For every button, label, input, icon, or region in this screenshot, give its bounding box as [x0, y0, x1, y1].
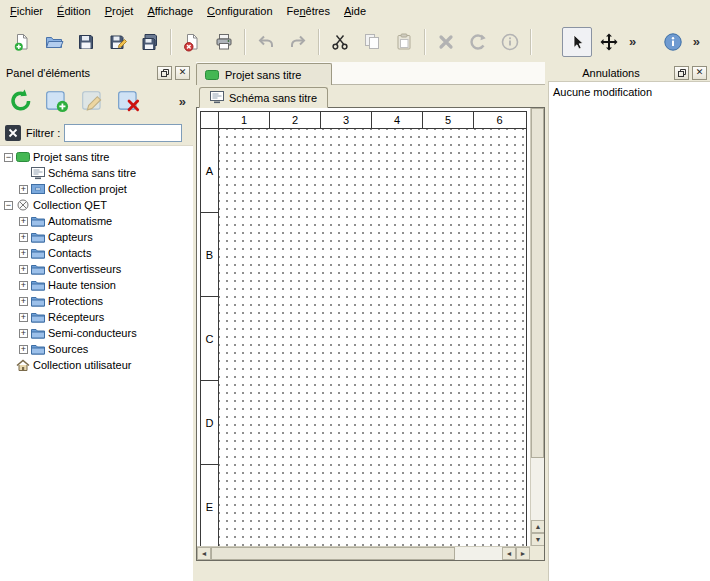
- cut-button[interactable]: [325, 27, 355, 57]
- conductor-info-button[interactable]: [495, 27, 525, 57]
- vertical-scrollbar-thumb[interactable]: [531, 108, 544, 458]
- tree-item-collection-utilisateur[interactable]: Collection utilisateur: [0, 357, 193, 373]
- tree-item-label: Capteurs: [48, 231, 93, 243]
- diagram-view: 123456 ABCDE ▲ ▼ ◄ ◄: [196, 107, 545, 561]
- dock-toolbar-overflow-button[interactable]: »: [175, 94, 190, 109]
- paste-icon: [394, 32, 414, 52]
- scroll-left-button[interactable]: ◄: [197, 547, 211, 560]
- tree-item-schema-sans-titre[interactable]: Schéma sans titre: [0, 165, 193, 181]
- tree-item-capteurs[interactable]: +Capteurs: [0, 229, 193, 245]
- tree-item-automatisme[interactable]: +Automatisme: [0, 213, 193, 229]
- open-document-button[interactable]: [39, 27, 69, 57]
- tree-item-collection-projet[interactable]: +Collection projet: [0, 181, 193, 197]
- diagram-canvas[interactable]: 123456 ABCDE: [197, 108, 530, 546]
- redo-button[interactable]: [283, 27, 313, 57]
- rotate-button[interactable]: [463, 27, 493, 57]
- expand-icon[interactable]: +: [19, 249, 28, 258]
- tree-item-semi-conducteurs[interactable]: +Semi-conducteurs: [0, 325, 193, 341]
- expand-icon[interactable]: +: [19, 217, 28, 226]
- menu-item-aide[interactable]: Aide: [337, 2, 373, 20]
- menu-item-affichage[interactable]: Affichage: [140, 2, 200, 20]
- folder-icon: [31, 311, 45, 323]
- toolbar-separator: [318, 29, 320, 55]
- tree-item-recepteurs[interactable]: +Récepteurs: [0, 309, 193, 325]
- tree-item-label: Projet sans titre: [33, 151, 109, 163]
- close-dock-button[interactable]: ✕: [692, 66, 707, 80]
- edit-element-button[interactable]: [77, 85, 109, 117]
- expand-icon[interactable]: +: [19, 345, 28, 354]
- tree-item-haute-tension[interactable]: +Haute tension: [0, 277, 193, 293]
- paste-button[interactable]: [389, 27, 419, 57]
- delete-element-button[interactable]: [113, 85, 145, 117]
- grid-area[interactable]: [219, 129, 526, 546]
- close-document-button[interactable]: [177, 27, 207, 57]
- print-button[interactable]: [209, 27, 239, 57]
- tools-overflow-button[interactable]: »: [625, 34, 640, 49]
- select-mode-button[interactable]: [562, 27, 592, 57]
- float-dock-button[interactable]: [674, 66, 689, 80]
- elements-panel-titlebar[interactable]: Panel d'éléments ✕: [0, 64, 193, 81]
- delete-button[interactable]: [431, 27, 461, 57]
- dock-grip[interactable]: [646, 69, 668, 77]
- scroll-up-button[interactable]: ▲: [531, 520, 545, 533]
- expand-icon[interactable]: +: [19, 281, 28, 290]
- folder-icon: [31, 215, 45, 227]
- undo-list-item[interactable]: Aucune modification: [549, 84, 710, 100]
- scroll-down-button[interactable]: ▼: [531, 533, 545, 546]
- collapse-icon[interactable]: −: [4, 153, 13, 162]
- tree-item-projet-sans-titre[interactable]: −Projet sans titre: [0, 149, 193, 165]
- close-dock-button[interactable]: ✕: [175, 66, 190, 80]
- row-header: A: [201, 129, 218, 213]
- expand-icon[interactable]: +: [19, 313, 28, 322]
- dock-grip[interactable]: [554, 69, 576, 77]
- tree-item-contacts[interactable]: +Contacts: [0, 245, 193, 261]
- expand-icon[interactable]: +: [19, 233, 28, 242]
- undo-dock-titlebar[interactable]: Annulations ✕: [548, 64, 710, 81]
- menu-item-configuration[interactable]: Configuration: [200, 2, 279, 20]
- save-as-button[interactable]: [103, 27, 133, 57]
- float-dock-button[interactable]: [157, 66, 172, 80]
- tab-project[interactable]: Projet sans titre: [196, 63, 332, 85]
- undo-button[interactable]: [251, 27, 281, 57]
- tree-item-sources[interactable]: +Sources: [0, 341, 193, 357]
- column-header: 5: [423, 112, 474, 128]
- expand-icon[interactable]: +: [19, 297, 28, 306]
- element-tree[interactable]: −Projet sans titreSchéma sans titre+Coll…: [0, 145, 193, 581]
- expand-icon[interactable]: +: [19, 265, 28, 274]
- tree-item-convertisseurs[interactable]: +Convertisseurs: [0, 261, 193, 277]
- tree-item-label: Collection QET: [33, 199, 107, 211]
- tree-item-collection-qet[interactable]: −Collection QET: [0, 197, 193, 213]
- menu-item-edition[interactable]: Édition: [50, 2, 98, 20]
- folder-icon: [31, 327, 45, 339]
- menu-item-fenetres[interactable]: Fenêtres: [280, 2, 337, 20]
- column-header: 1: [219, 112, 270, 128]
- undo-list[interactable]: Aucune modification: [548, 81, 710, 581]
- reload-collections-button[interactable]: [5, 85, 37, 117]
- horizontal-scrollbar-thumb[interactable]: [211, 547, 455, 560]
- vertical-scrollbar-track[interactable]: [531, 108, 544, 520]
- save-button[interactable]: [71, 27, 101, 57]
- filter-input[interactable]: [64, 124, 182, 142]
- collapse-icon[interactable]: −: [4, 201, 13, 210]
- scroll-left-button-2[interactable]: ◄: [502, 547, 516, 560]
- horizontal-scrollbar[interactable]: ◄ ◄ ►: [197, 546, 530, 560]
- clear-filter-icon[interactable]: [4, 124, 22, 142]
- toolbar-overflow-button[interactable]: »: [689, 34, 704, 49]
- copy-button[interactable]: [357, 27, 387, 57]
- menu-item-projet[interactable]: Projet: [98, 2, 141, 20]
- expand-icon[interactable]: +: [19, 185, 28, 194]
- vertical-scrollbar[interactable]: ▲ ▼: [530, 108, 544, 546]
- move-mode-button[interactable]: [594, 27, 624, 57]
- menu-item-fichier[interactable]: Fichier: [3, 2, 50, 20]
- project-tab-label: Projet sans titre: [225, 69, 301, 81]
- new-element-button[interactable]: [41, 85, 73, 117]
- tab-schema[interactable]: Schéma sans titre: [199, 87, 328, 108]
- dock-grip[interactable]: [96, 69, 151, 77]
- new-document-button[interactable]: [7, 27, 37, 57]
- tree-item-protections[interactable]: +Protections: [0, 293, 193, 309]
- expand-icon[interactable]: +: [19, 329, 28, 338]
- about-qet-button[interactable]: [658, 27, 688, 57]
- scroll-right-button[interactable]: ►: [516, 547, 530, 560]
- save-all-button[interactable]: [135, 27, 165, 57]
- horizontal-scrollbar-track[interactable]: [211, 547, 502, 560]
